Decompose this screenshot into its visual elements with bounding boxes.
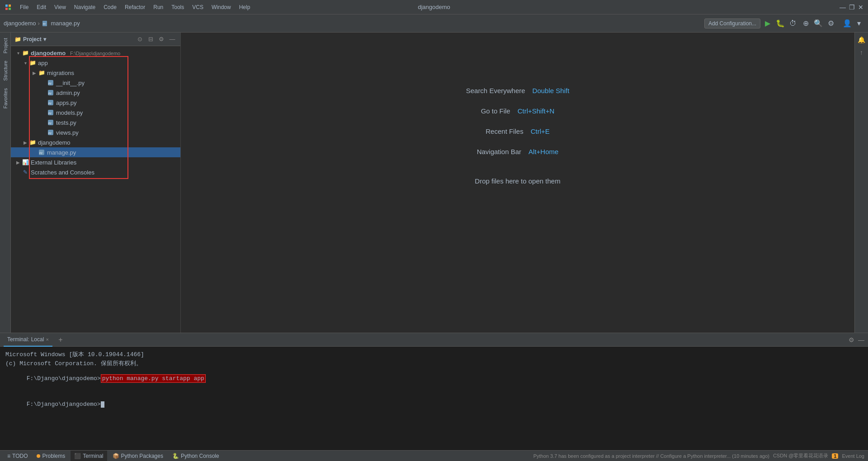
goto-file-key: Ctrl+Shift+N (518, 107, 555, 115)
project-dropdown-icon[interactable]: ▾ (43, 36, 46, 42)
app-label: app (38, 60, 48, 66)
admin-file-icon: py (47, 89, 54, 96)
tree-root[interactable]: ▾ 📁 djangodemo F:\Django\djangodemo (11, 48, 180, 58)
profile-button[interactable]: ⏱ (788, 18, 798, 29)
event-log-label[interactable]: Event Log (842, 453, 864, 459)
panel-hide-icon[interactable]: — (168, 35, 177, 44)
breadcrumb-project[interactable]: djangodemo (4, 20, 36, 27)
admin-label: admin.py (56, 89, 80, 96)
user-dropdown[interactable]: ▾ (854, 18, 864, 29)
tree-djangodemo-sub[interactable]: ▶ 📁 djangodemo (11, 137, 180, 147)
tree-app[interactable]: ▾ 📁 app (11, 58, 180, 68)
svg-text:py: py (48, 121, 52, 125)
tree-init[interactable]: py __init__.py (11, 78, 180, 88)
menu-help[interactable]: Help (236, 3, 254, 11)
project-tree: ▾ 📁 djangodemo F:\Django\djangodemo ▾ 📁 … (11, 46, 180, 333)
vcs-icon[interactable]: ↑ (856, 47, 867, 58)
side-tabs: Project Structure Favorites (0, 33, 11, 333)
terminal-command-highlight: python manage.py startapp app (101, 374, 206, 383)
close-button[interactable]: ✕ (857, 4, 864, 11)
right-strip: 🔔 ↑ (854, 33, 868, 333)
terminal-line-4: F:\Django\djangodemo> (5, 394, 863, 414)
search-everywhere-toolbar[interactable]: 🔍 (813, 18, 824, 29)
todo-icon: ≡ (7, 453, 10, 459)
tree-manage[interactable]: py manage.py (11, 147, 180, 157)
menu-refactor[interactable]: Refactor (121, 3, 149, 11)
favorites-tab[interactable]: Favorites (1, 85, 10, 112)
project-title: 📁 Project ▾ (14, 36, 46, 42)
user-icon[interactable]: 👤 (842, 18, 853, 29)
project-tab[interactable]: Project (1, 34, 10, 57)
drop-files-text: Drop files here to open them (475, 177, 560, 185)
menu-vcs[interactable]: VCS (189, 3, 207, 11)
djangodemo-sub-arrow: ▶ (22, 139, 29, 146)
tree-external-libraries[interactable]: ▶ 📊 External Libraries (11, 157, 180, 167)
shortcut-row-1: Search Everywhere Double Shift (466, 87, 570, 94)
goto-file-label: Go to File (481, 107, 510, 115)
window-title: djangodemo (418, 4, 450, 10)
tree-admin[interactable]: py admin.py (11, 88, 180, 98)
views-label: views.py (56, 129, 79, 136)
root-folder-icon: 📁 (22, 49, 29, 56)
terminal-gear-icon[interactable]: ⚙ (849, 336, 854, 343)
menu-window[interactable]: Window (208, 3, 235, 11)
recent-files-label: Recent Files (486, 127, 523, 135)
structure-tab[interactable]: Structure (1, 57, 10, 85)
terminal-add-tab[interactable]: + (56, 335, 65, 344)
menu-view[interactable]: View (51, 3, 70, 11)
tree-tests[interactable]: py tests.py (11, 118, 180, 127)
notifications-icon[interactable]: 🔔 (856, 34, 867, 45)
project-panel-header: 📁 Project ▾ ⊙ ⊟ ⚙ — (11, 33, 180, 46)
locate-file-icon[interactable]: ⊙ (135, 35, 144, 44)
ext-lib-label: External Libraries (31, 159, 76, 166)
coverage-button[interactable]: ⊕ (800, 18, 811, 29)
debug-button[interactable]: 🐛 (775, 18, 786, 29)
breadcrumb: djangodemo › py manage.py (4, 20, 80, 27)
models-file-icon: py (47, 109, 54, 116)
breadcrumb-file[interactable]: py manage.py (42, 20, 80, 27)
recent-files-key: Ctrl+E (531, 127, 550, 135)
terminal-content[interactable]: Microsoft Windows [版本 10.0.19044.1466] (… (0, 347, 868, 450)
maximize-button[interactable]: ❐ (848, 4, 855, 11)
problems-label: Problems (42, 453, 65, 459)
tree-apps[interactable]: py apps.py (11, 98, 180, 108)
add-configuration-button[interactable]: Add Configuration... (704, 19, 760, 28)
menu-code[interactable]: Code (100, 3, 120, 11)
terminal-minimize-icon[interactable]: — (858, 336, 864, 343)
ext-lib-icon: 📊 (22, 159, 29, 166)
terminal-tab-local[interactable]: Terminal: Local × (4, 333, 52, 347)
settings-toolbar[interactable]: ⚙ (826, 18, 836, 29)
menu-navigate[interactable]: Navigate (71, 3, 99, 11)
tree-models[interactable]: py models.py (11, 108, 180, 118)
svg-text:py: py (48, 81, 52, 85)
problems-tab[interactable]: Problems (33, 451, 69, 461)
python-packages-tab[interactable]: 📦 Python Packages (109, 451, 167, 461)
menu-edit[interactable]: Edit (33, 3, 50, 11)
nav-bar-key: Alt+Home (528, 148, 558, 155)
svg-text:py: py (48, 111, 52, 115)
collapse-all-icon[interactable]: ⊟ (146, 35, 155, 44)
project-toolbar: ⊙ ⊟ ⚙ — (135, 35, 177, 44)
main-toolbar: djangodemo › py manage.py Add Configurat… (0, 14, 868, 33)
models-label: models.py (56, 109, 83, 116)
terminal-bottom-tab[interactable]: ⬛ Terminal (71, 451, 107, 461)
menu-file[interactable]: File (16, 3, 32, 11)
tree-views[interactable]: py views.py (11, 127, 180, 137)
todo-tab[interactable]: ≡ TODO (4, 451, 31, 461)
minimize-button[interactable]: — (839, 4, 846, 11)
python-console-tab[interactable]: 🐍 Python Console (169, 451, 223, 461)
menu-run[interactable]: Run (150, 3, 167, 11)
panel-settings-icon[interactable]: ⚙ (157, 35, 166, 44)
python-pkg-icon: 📦 (113, 453, 119, 459)
tree-migrations[interactable]: ▶ 📁 migrations (11, 68, 180, 78)
ext-lib-arrow: ▶ (14, 159, 22, 166)
window-controls: — ❐ ✕ (839, 4, 864, 11)
run-button[interactable]: ▶ (762, 18, 773, 29)
tree-scratches[interactable]: ✎ Scratches and Consoles (11, 167, 180, 177)
terminal-header: Terminal: Local × + ⚙ — (0, 333, 868, 347)
svg-text:py: py (43, 22, 46, 25)
menu-tools[interactable]: Tools (168, 3, 188, 11)
terminal-line-1: Microsoft Windows [版本 10.0.19044.1466] (5, 350, 863, 358)
svg-text:py: py (48, 131, 52, 135)
terminal-tab-close[interactable]: × (46, 337, 48, 342)
